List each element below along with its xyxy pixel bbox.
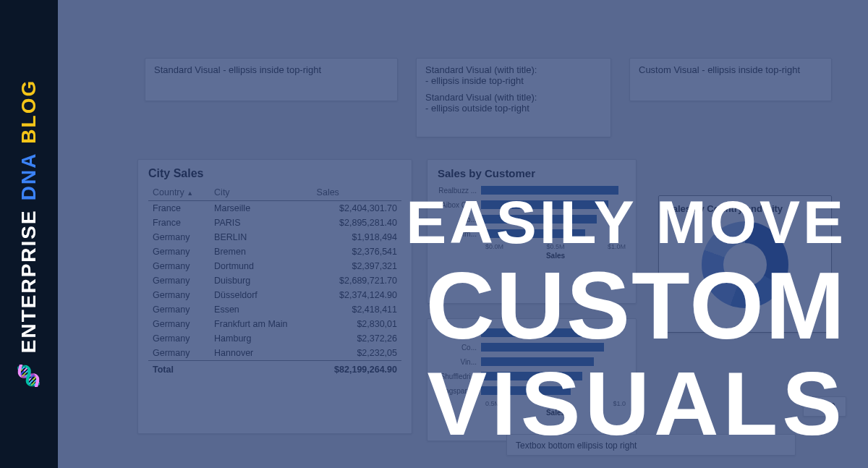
table-row[interactable]: GermanyEssen$2,418,411	[148, 302, 401, 317]
table-row[interactable]: GermanyBremen$2,376,541	[148, 244, 401, 259]
col-sales[interactable]: Sales	[312, 184, 401, 201]
table-row[interactable]: FranceMarseille$2,404,301.70	[148, 201, 401, 216]
table-row[interactable]: GermanyDuisburg$2,689,721.70	[148, 273, 401, 288]
col-city[interactable]: City	[210, 184, 312, 201]
table-row[interactable]: GermanyHannover$2,232,05	[148, 346, 401, 361]
note-text-line: - ellipsis inside top-right	[425, 75, 602, 86]
dna-helix-icon: 🧬	[17, 362, 41, 388]
table-row[interactable]: GermanyDortmund$2,397,321	[148, 259, 401, 273]
note-standard-visual: Standard Visual - ellipsis inside top-ri…	[145, 58, 398, 101]
visual-title: City Sales	[148, 167, 401, 180]
brand-word-enterprise: ENTERPRISE	[17, 209, 41, 353]
note-text: Custom Visual - ellipsis inside top-righ…	[639, 64, 800, 75]
note-text: Standard Visual - ellipsis inside top-ri…	[154, 64, 321, 75]
brand-word-dna: DNA	[17, 153, 41, 201]
brand-word-blog: BLOG	[17, 80, 41, 144]
note-text-line: - ellipsis outside top-right	[425, 103, 602, 114]
note-standard-visual-title: Standard Visual (with title): - ellipsis…	[416, 58, 611, 137]
headline-line-3: VISUALS	[427, 362, 846, 447]
total-label: Total	[148, 361, 210, 378]
table-row[interactable]: FrancePARIS$2,895,281.40	[148, 216, 401, 230]
note-text-line: Standard Visual (with title):	[425, 92, 602, 103]
sort-asc-icon: ▲	[187, 190, 193, 197]
table-row[interactable]: GermanyBERLIN$1,918,494	[148, 230, 401, 244]
headline-line-2: CUSTOM	[425, 260, 846, 351]
table-row[interactable]: GermanyFrankfurt am Main$2,830,01	[148, 317, 401, 331]
city-sales-visual[interactable]: City Sales Country ▲ City Sales FranceMa…	[137, 159, 412, 434]
sidebar-brand: 🧬 ENTERPRISE DNA BLOG	[17, 80, 41, 389]
table-row[interactable]: GermanyHamburg$2,372,26	[148, 331, 401, 346]
col-country[interactable]: Country ▲	[148, 184, 210, 201]
note-text-line: Standard Visual (with title):	[425, 64, 602, 75]
total-value: $82,199,264.90	[312, 361, 401, 378]
headline-line-1: EASILY MOVE	[406, 194, 846, 252]
main-canvas: Standard Visual - ellipsis inside top-ri…	[58, 0, 868, 468]
city-sales-table: Country ▲ City Sales FranceMarseille$2,4…	[148, 184, 401, 377]
table-row[interactable]: GermanyDüsseldorf$2,374,124.90	[148, 288, 401, 302]
sidebar-brand-strip: 🧬 ENTERPRISE DNA BLOG	[0, 0, 58, 468]
note-custom-visual: Custom Visual - ellipsis inside top-righ…	[629, 58, 832, 101]
visual-title: Sales by Customer	[438, 167, 626, 179]
